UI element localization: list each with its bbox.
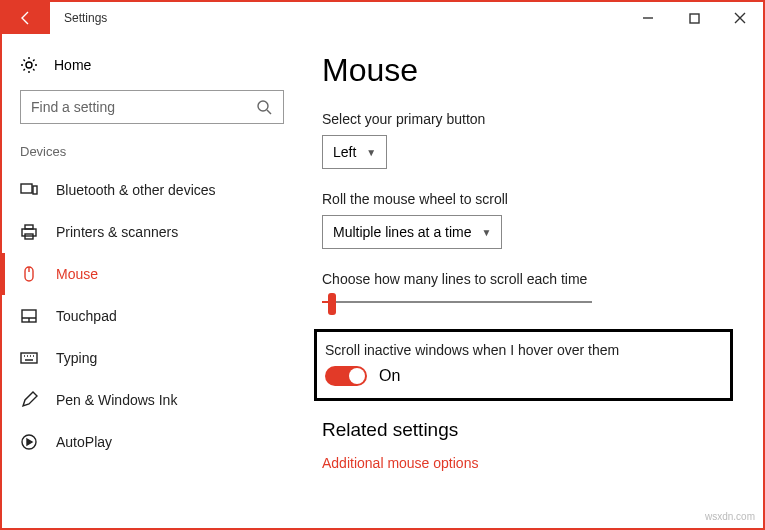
chevron-down-icon: ▼ [482, 227, 492, 238]
keyboard-icon [20, 349, 38, 367]
close-icon [734, 12, 746, 24]
svg-point-2 [258, 101, 268, 111]
touchpad-icon [20, 307, 38, 325]
watermark: wsxdn.com [705, 511, 755, 522]
related-heading: Related settings [322, 419, 733, 441]
pen-icon [20, 391, 38, 409]
page-title: Mouse [322, 52, 733, 89]
select-value: Multiple lines at a time [333, 224, 472, 240]
primary-button-select[interactable]: Left ▼ [322, 135, 387, 169]
hover-scroll-label: Scroll inactive windows when I hover ove… [325, 342, 716, 358]
hover-scroll-toggle[interactable] [325, 366, 367, 386]
sidebar-item-touchpad[interactable]: Touchpad [2, 295, 302, 337]
highlight-box: Scroll inactive windows when I hover ove… [314, 329, 733, 401]
titlebar: Settings [2, 2, 763, 34]
minimize-button[interactable] [625, 2, 671, 34]
svg-rect-6 [25, 225, 33, 229]
sidebar-item-autoplay[interactable]: AutoPlay [2, 421, 302, 463]
arrow-left-icon [18, 10, 34, 26]
lines-scroll-label: Choose how many lines to scroll each tim… [322, 271, 733, 287]
gear-icon [20, 56, 38, 74]
svg-rect-10 [21, 353, 37, 363]
sidebar-item-mouse[interactable]: Mouse [2, 253, 302, 295]
autoplay-icon [20, 433, 38, 451]
svg-point-1 [26, 62, 32, 68]
lines-scroll-slider[interactable] [322, 301, 592, 303]
main-panel: Mouse Select your primary button Left ▼ … [302, 34, 763, 528]
svg-rect-0 [690, 14, 699, 23]
sidebar-item-label: Pen & Windows Ink [56, 392, 177, 408]
sidebar-item-bluetooth[interactable]: Bluetooth & other devices [2, 169, 302, 211]
devices-icon [20, 181, 38, 199]
close-button[interactable] [717, 2, 763, 34]
printer-icon [20, 223, 38, 241]
sidebar-item-pen[interactable]: Pen & Windows Ink [2, 379, 302, 421]
search-icon [255, 98, 273, 116]
wheel-scroll-select[interactable]: Multiple lines at a time ▼ [322, 215, 502, 249]
window-title: Settings [50, 2, 625, 34]
category-header: Devices [2, 144, 302, 169]
sidebar: Home Find a setting Devices Bluetooth & … [2, 34, 302, 528]
toggle-knob [349, 368, 365, 384]
sidebar-item-label: Bluetooth & other devices [56, 182, 216, 198]
select-value: Left [333, 144, 356, 160]
svg-rect-3 [21, 184, 32, 193]
back-button[interactable] [2, 2, 50, 34]
sidebar-item-printers[interactable]: Printers & scanners [2, 211, 302, 253]
search-placeholder: Find a setting [31, 99, 115, 115]
svg-rect-5 [22, 229, 36, 236]
sidebar-item-typing[interactable]: Typing [2, 337, 302, 379]
mouse-icon [20, 265, 38, 283]
sidebar-item-label: AutoPlay [56, 434, 112, 450]
home-label: Home [54, 57, 91, 73]
search-input[interactable]: Find a setting [20, 90, 284, 124]
maximize-button[interactable] [671, 2, 717, 34]
primary-button-label: Select your primary button [322, 111, 733, 127]
sidebar-item-home[interactable]: Home [2, 50, 302, 90]
toggle-state: On [379, 367, 400, 385]
slider-thumb[interactable] [328, 293, 336, 315]
minimize-icon [642, 12, 654, 24]
sidebar-item-label: Mouse [56, 266, 98, 282]
sidebar-item-label: Printers & scanners [56, 224, 178, 240]
additional-mouse-options-link[interactable]: Additional mouse options [322, 455, 733, 471]
sidebar-item-label: Touchpad [56, 308, 117, 324]
chevron-down-icon: ▼ [366, 147, 376, 158]
wheel-scroll-label: Roll the mouse wheel to scroll [322, 191, 733, 207]
maximize-icon [689, 13, 700, 24]
sidebar-item-label: Typing [56, 350, 97, 366]
svg-rect-4 [33, 186, 37, 194]
